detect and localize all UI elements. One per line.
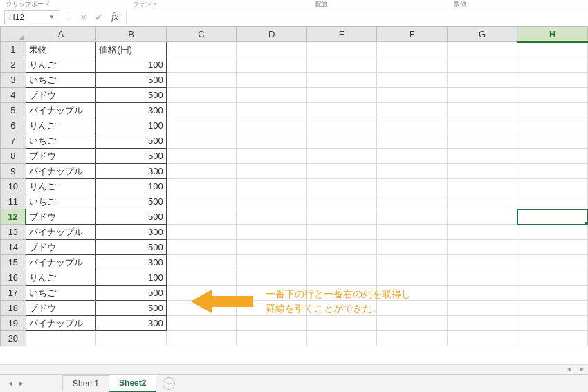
cell-C6[interactable]: [166, 118, 237, 133]
cell-E6[interactable]: [306, 118, 377, 133]
cell-H18[interactable]: [517, 301, 588, 316]
row-header-18[interactable]: 18: [1, 301, 26, 316]
fx-button[interactable]: fx: [107, 12, 123, 23]
cell-G12[interactable]: [447, 209, 517, 225]
cell-E20[interactable]: [306, 331, 377, 346]
cell-D9[interactable]: [237, 164, 307, 179]
row-header-12[interactable]: 12: [1, 209, 26, 225]
cell-C5[interactable]: [166, 103, 237, 118]
row-header-15[interactable]: 15: [1, 255, 26, 270]
cell-E14[interactable]: [306, 240, 377, 255]
scroll-right-icon[interactable]: ►: [576, 365, 588, 374]
cell-B11[interactable]: 500: [96, 194, 167, 209]
cell-C4[interactable]: [166, 88, 237, 103]
tab-nav-buttons[interactable]: ◄ ►: [0, 380, 62, 387]
row-header-19[interactable]: 19: [1, 316, 26, 331]
row-header-10[interactable]: 10: [1, 179, 26, 194]
cell-A18[interactable]: ブドウ: [26, 301, 96, 316]
name-box[interactable]: H12 ▼: [4, 10, 59, 24]
cell-A10[interactable]: りんご: [26, 179, 96, 194]
row-header-9[interactable]: 9: [1, 164, 26, 179]
cell-C15[interactable]: [166, 255, 237, 270]
row-header-17[interactable]: 17: [1, 286, 26, 301]
cell-G20[interactable]: [447, 331, 517, 346]
cell-G4[interactable]: [447, 88, 517, 103]
cell-B5[interactable]: 300: [96, 103, 167, 118]
cell-D16[interactable]: [237, 270, 307, 286]
cell-A20[interactable]: [26, 331, 96, 346]
cell-H16[interactable]: [517, 270, 588, 286]
cell-C3[interactable]: [166, 73, 237, 88]
cell-G13[interactable]: [447, 225, 517, 240]
cell-C10[interactable]: [166, 179, 237, 194]
cell-E9[interactable]: [306, 164, 377, 179]
cancel-formula-button[interactable]: ✕: [76, 12, 91, 23]
cell-E7[interactable]: [306, 133, 377, 149]
cell-C19[interactable]: [166, 316, 237, 331]
cell-B14[interactable]: 500: [96, 240, 167, 255]
cell-A1[interactable]: 果物: [26, 42, 96, 57]
cell-F7[interactable]: [377, 133, 448, 149]
cell-C20[interactable]: [166, 331, 237, 346]
enter-formula-button[interactable]: ✔: [91, 12, 107, 23]
cell-C2[interactable]: [166, 57, 237, 73]
cell-G8[interactable]: [447, 149, 517, 164]
cell-G1[interactable]: [447, 42, 517, 57]
cell-F6[interactable]: [377, 118, 448, 133]
cell-B17[interactable]: 500: [96, 286, 167, 301]
cell-A5[interactable]: パイナップル: [26, 103, 96, 118]
cell-B12[interactable]: 500: [96, 209, 167, 225]
select-all-corner[interactable]: [1, 27, 26, 42]
cell-H13[interactable]: [517, 225, 588, 240]
cell-A17[interactable]: いちご: [26, 286, 96, 301]
cell-E18[interactable]: [306, 301, 377, 316]
cell-H4[interactable]: [517, 88, 588, 103]
cell-D7[interactable]: [237, 133, 307, 149]
cell-F19[interactable]: [377, 316, 448, 331]
cell-F1[interactable]: [377, 42, 448, 57]
cell-D11[interactable]: [237, 194, 307, 209]
cell-E4[interactable]: [306, 88, 377, 103]
cell-E1[interactable]: [306, 42, 377, 57]
spreadsheet-grid[interactable]: A B C D E F G H 1 果物 価格(円) 2りんご100 3いちご5…: [0, 26, 588, 372]
row-header-3[interactable]: 3: [1, 73, 26, 88]
cell-B6[interactable]: 100: [96, 118, 167, 133]
row-header-20[interactable]: 20: [1, 331, 26, 346]
cell-H1[interactable]: [517, 42, 588, 57]
col-header-F[interactable]: F: [377, 27, 448, 42]
cell-E3[interactable]: [306, 73, 377, 88]
cell-B4[interactable]: 500: [96, 88, 167, 103]
formula-input[interactable]: [126, 10, 588, 24]
cell-C1[interactable]: [166, 42, 237, 57]
cell-C13[interactable]: [166, 225, 237, 240]
cell-B19[interactable]: 300: [96, 316, 167, 331]
cell-D13[interactable]: [237, 225, 307, 240]
cell-D19[interactable]: [237, 316, 307, 331]
cell-B20[interactable]: [96, 331, 167, 346]
cell-D18[interactable]: [237, 301, 307, 316]
cell-B18[interactable]: 500: [96, 301, 167, 316]
cell-F16[interactable]: [377, 270, 448, 286]
cell-A12[interactable]: ブドウ: [26, 209, 96, 225]
cell-E12[interactable]: [306, 209, 377, 225]
cell-C12[interactable]: [166, 209, 237, 225]
cell-A3[interactable]: いちご: [26, 73, 96, 88]
cell-E2[interactable]: [306, 57, 377, 73]
cell-G6[interactable]: [447, 118, 517, 133]
cell-H3[interactable]: [517, 73, 588, 88]
cell-G18[interactable]: [447, 301, 517, 316]
cell-G10[interactable]: [447, 179, 517, 194]
cell-F3[interactable]: [377, 73, 448, 88]
cell-H19[interactable]: [517, 316, 588, 331]
cell-C18[interactable]: [166, 301, 237, 316]
cell-C17[interactable]: [166, 286, 237, 301]
cell-C9[interactable]: [166, 164, 237, 179]
cell-E11[interactable]: [306, 194, 377, 209]
cell-F12[interactable]: [377, 209, 448, 225]
sheet-tab-sheet2[interactable]: Sheet2: [109, 375, 156, 392]
cell-A4[interactable]: ブドウ: [26, 88, 96, 103]
col-header-B[interactable]: B: [96, 27, 167, 42]
cell-G9[interactable]: [447, 164, 517, 179]
cell-G11[interactable]: [447, 194, 517, 209]
cell-H5[interactable]: [517, 103, 588, 118]
